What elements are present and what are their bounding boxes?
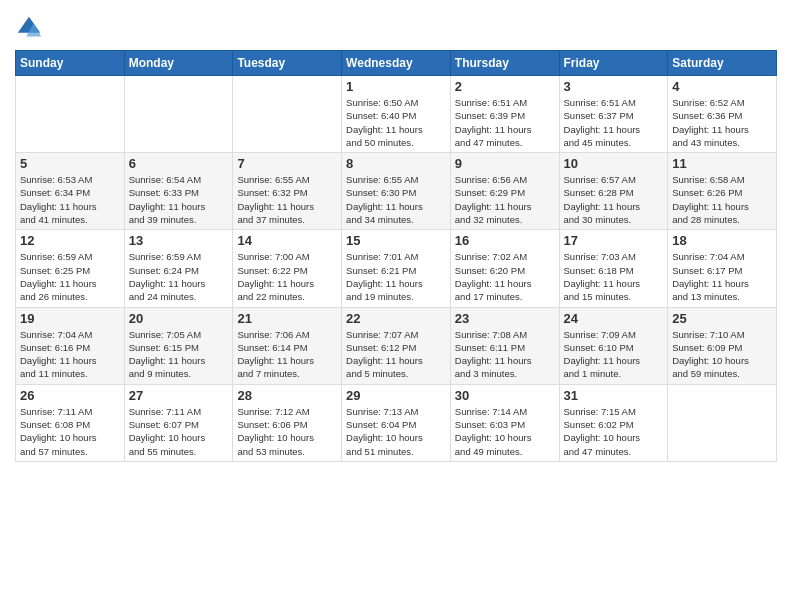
day-number: 30: [455, 388, 555, 403]
day-info: Sunrise: 6:55 AM Sunset: 6:30 PM Dayligh…: [346, 173, 446, 226]
day-info: Sunrise: 7:11 AM Sunset: 6:08 PM Dayligh…: [20, 405, 120, 458]
calendar-cell: 10Sunrise: 6:57 AM Sunset: 6:28 PM Dayli…: [559, 153, 668, 230]
day-number: 20: [129, 311, 229, 326]
calendar-cell: 4Sunrise: 6:52 AM Sunset: 6:36 PM Daylig…: [668, 76, 777, 153]
day-info: Sunrise: 7:02 AM Sunset: 6:20 PM Dayligh…: [455, 250, 555, 303]
calendar-cell: 22Sunrise: 7:07 AM Sunset: 6:12 PM Dayli…: [342, 307, 451, 384]
day-number: 7: [237, 156, 337, 171]
day-info: Sunrise: 7:11 AM Sunset: 6:07 PM Dayligh…: [129, 405, 229, 458]
calendar-cell: 11Sunrise: 6:58 AM Sunset: 6:26 PM Dayli…: [668, 153, 777, 230]
day-info: Sunrise: 6:50 AM Sunset: 6:40 PM Dayligh…: [346, 96, 446, 149]
day-info: Sunrise: 7:06 AM Sunset: 6:14 PM Dayligh…: [237, 328, 337, 381]
calendar-week-row: 12Sunrise: 6:59 AM Sunset: 6:25 PM Dayli…: [16, 230, 777, 307]
day-info: Sunrise: 7:07 AM Sunset: 6:12 PM Dayligh…: [346, 328, 446, 381]
day-info: Sunrise: 7:10 AM Sunset: 6:09 PM Dayligh…: [672, 328, 772, 381]
day-info: Sunrise: 6:55 AM Sunset: 6:32 PM Dayligh…: [237, 173, 337, 226]
calendar-cell: 7Sunrise: 6:55 AM Sunset: 6:32 PM Daylig…: [233, 153, 342, 230]
day-number: 31: [564, 388, 664, 403]
day-number: 18: [672, 233, 772, 248]
day-info: Sunrise: 6:51 AM Sunset: 6:39 PM Dayligh…: [455, 96, 555, 149]
day-info: Sunrise: 7:04 AM Sunset: 6:16 PM Dayligh…: [20, 328, 120, 381]
calendar-cell: [233, 76, 342, 153]
day-number: 21: [237, 311, 337, 326]
calendar-cell: 15Sunrise: 7:01 AM Sunset: 6:21 PM Dayli…: [342, 230, 451, 307]
calendar-cell: 16Sunrise: 7:02 AM Sunset: 6:20 PM Dayli…: [450, 230, 559, 307]
day-info: Sunrise: 6:54 AM Sunset: 6:33 PM Dayligh…: [129, 173, 229, 226]
day-number: 5: [20, 156, 120, 171]
day-number: 11: [672, 156, 772, 171]
calendar-cell: 23Sunrise: 7:08 AM Sunset: 6:11 PM Dayli…: [450, 307, 559, 384]
calendar-cell: 17Sunrise: 7:03 AM Sunset: 6:18 PM Dayli…: [559, 230, 668, 307]
calendar-cell: 19Sunrise: 7:04 AM Sunset: 6:16 PM Dayli…: [16, 307, 125, 384]
calendar-cell: 31Sunrise: 7:15 AM Sunset: 6:02 PM Dayli…: [559, 384, 668, 461]
weekday-header: Tuesday: [233, 51, 342, 76]
day-info: Sunrise: 7:09 AM Sunset: 6:10 PM Dayligh…: [564, 328, 664, 381]
logo: [15, 14, 47, 42]
day-number: 26: [20, 388, 120, 403]
weekday-header: Sunday: [16, 51, 125, 76]
calendar-cell: 14Sunrise: 7:00 AM Sunset: 6:22 PM Dayli…: [233, 230, 342, 307]
day-info: Sunrise: 6:58 AM Sunset: 6:26 PM Dayligh…: [672, 173, 772, 226]
calendar-cell: 3Sunrise: 6:51 AM Sunset: 6:37 PM Daylig…: [559, 76, 668, 153]
page-header: [15, 10, 777, 42]
day-number: 4: [672, 79, 772, 94]
day-number: 12: [20, 233, 120, 248]
calendar-week-row: 19Sunrise: 7:04 AM Sunset: 6:16 PM Dayli…: [16, 307, 777, 384]
day-number: 27: [129, 388, 229, 403]
day-info: Sunrise: 6:59 AM Sunset: 6:24 PM Dayligh…: [129, 250, 229, 303]
day-info: Sunrise: 6:56 AM Sunset: 6:29 PM Dayligh…: [455, 173, 555, 226]
calendar-cell: 28Sunrise: 7:12 AM Sunset: 6:06 PM Dayli…: [233, 384, 342, 461]
calendar-cell: 29Sunrise: 7:13 AM Sunset: 6:04 PM Dayli…: [342, 384, 451, 461]
day-number: 24: [564, 311, 664, 326]
day-number: 8: [346, 156, 446, 171]
day-number: 9: [455, 156, 555, 171]
day-info: Sunrise: 7:01 AM Sunset: 6:21 PM Dayligh…: [346, 250, 446, 303]
day-number: 22: [346, 311, 446, 326]
calendar-cell: 8Sunrise: 6:55 AM Sunset: 6:30 PM Daylig…: [342, 153, 451, 230]
day-number: 29: [346, 388, 446, 403]
calendar-cell: [124, 76, 233, 153]
calendar-cell: 1Sunrise: 6:50 AM Sunset: 6:40 PM Daylig…: [342, 76, 451, 153]
day-info: Sunrise: 6:52 AM Sunset: 6:36 PM Dayligh…: [672, 96, 772, 149]
day-info: Sunrise: 6:59 AM Sunset: 6:25 PM Dayligh…: [20, 250, 120, 303]
day-info: Sunrise: 7:00 AM Sunset: 6:22 PM Dayligh…: [237, 250, 337, 303]
page-container: SundayMondayTuesdayWednesdayThursdayFrid…: [0, 0, 792, 472]
weekday-header: Friday: [559, 51, 668, 76]
day-info: Sunrise: 6:53 AM Sunset: 6:34 PM Dayligh…: [20, 173, 120, 226]
calendar-cell: 30Sunrise: 7:14 AM Sunset: 6:03 PM Dayli…: [450, 384, 559, 461]
weekday-header: Wednesday: [342, 51, 451, 76]
calendar-cell: 25Sunrise: 7:10 AM Sunset: 6:09 PM Dayli…: [668, 307, 777, 384]
calendar-cell: 20Sunrise: 7:05 AM Sunset: 6:15 PM Dayli…: [124, 307, 233, 384]
day-info: Sunrise: 7:05 AM Sunset: 6:15 PM Dayligh…: [129, 328, 229, 381]
day-number: 2: [455, 79, 555, 94]
calendar-table: SundayMondayTuesdayWednesdayThursdayFrid…: [15, 50, 777, 462]
day-number: 10: [564, 156, 664, 171]
day-number: 19: [20, 311, 120, 326]
day-info: Sunrise: 7:14 AM Sunset: 6:03 PM Dayligh…: [455, 405, 555, 458]
weekday-header: Saturday: [668, 51, 777, 76]
day-number: 13: [129, 233, 229, 248]
day-info: Sunrise: 7:04 AM Sunset: 6:17 PM Dayligh…: [672, 250, 772, 303]
calendar-cell: 18Sunrise: 7:04 AM Sunset: 6:17 PM Dayli…: [668, 230, 777, 307]
day-number: 3: [564, 79, 664, 94]
day-number: 25: [672, 311, 772, 326]
day-number: 6: [129, 156, 229, 171]
day-info: Sunrise: 7:15 AM Sunset: 6:02 PM Dayligh…: [564, 405, 664, 458]
weekday-header: Thursday: [450, 51, 559, 76]
day-number: 17: [564, 233, 664, 248]
calendar-cell: 2Sunrise: 6:51 AM Sunset: 6:39 PM Daylig…: [450, 76, 559, 153]
day-info: Sunrise: 6:57 AM Sunset: 6:28 PM Dayligh…: [564, 173, 664, 226]
calendar-cell: 21Sunrise: 7:06 AM Sunset: 6:14 PM Dayli…: [233, 307, 342, 384]
day-info: Sunrise: 7:08 AM Sunset: 6:11 PM Dayligh…: [455, 328, 555, 381]
day-number: 14: [237, 233, 337, 248]
day-info: Sunrise: 7:13 AM Sunset: 6:04 PM Dayligh…: [346, 405, 446, 458]
day-info: Sunrise: 7:03 AM Sunset: 6:18 PM Dayligh…: [564, 250, 664, 303]
calendar-cell: 12Sunrise: 6:59 AM Sunset: 6:25 PM Dayli…: [16, 230, 125, 307]
calendar-cell: 24Sunrise: 7:09 AM Sunset: 6:10 PM Dayli…: [559, 307, 668, 384]
calendar-week-row: 26Sunrise: 7:11 AM Sunset: 6:08 PM Dayli…: [16, 384, 777, 461]
calendar-cell: 26Sunrise: 7:11 AM Sunset: 6:08 PM Dayli…: [16, 384, 125, 461]
day-number: 16: [455, 233, 555, 248]
calendar-cell: 6Sunrise: 6:54 AM Sunset: 6:33 PM Daylig…: [124, 153, 233, 230]
calendar-cell: [16, 76, 125, 153]
calendar-week-row: 5Sunrise: 6:53 AM Sunset: 6:34 PM Daylig…: [16, 153, 777, 230]
